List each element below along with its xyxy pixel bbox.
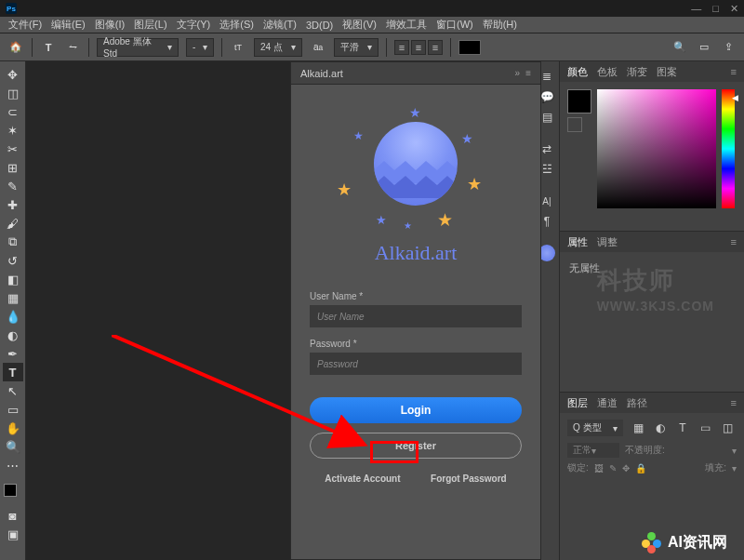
gradient-tool-icon[interactable]: ▦ bbox=[3, 288, 23, 307]
color-panel: 颜色 色板 渐变 图案 ≡ ◀ bbox=[560, 61, 744, 232]
crop-tool-icon[interactable]: ✂ bbox=[3, 140, 23, 158]
fill-label: 填充: bbox=[705, 461, 726, 474]
tab-patterns[interactable]: 图案 bbox=[657, 65, 677, 79]
dodge-tool-icon[interactable]: ◐ bbox=[3, 326, 23, 344]
blur-tool-icon[interactable]: 💧 bbox=[3, 307, 23, 326]
brush-tool-icon[interactable]: 🖌 bbox=[3, 214, 23, 233]
register-button[interactable]: Register bbox=[310, 433, 522, 459]
panel-menu-icon[interactable]: ≡ bbox=[731, 397, 737, 408]
lock-pos-icon[interactable]: ✎ bbox=[609, 463, 617, 473]
forgot-link[interactable]: Forgot Password bbox=[431, 473, 507, 484]
anti-alias-select[interactable]: 平滑▾ bbox=[334, 38, 379, 57]
wand-tool-icon[interactable]: ✶ bbox=[3, 121, 23, 140]
menu-3d[interactable]: 3D(D) bbox=[303, 20, 336, 31]
properties-panel: 属性 调整 ≡ 无属性 bbox=[560, 232, 744, 393]
color-picker-field[interactable] bbox=[597, 89, 716, 208]
search-icon[interactable]: 🔍 bbox=[671, 39, 688, 56]
brand-logo: ★ ★ ★ ★ ★ ★ ★ ★ bbox=[337, 103, 495, 233]
shape-tool-icon[interactable]: ▭ bbox=[3, 400, 23, 419]
orientation-icon[interactable]: ⥊ bbox=[64, 39, 81, 56]
font-size-select[interactable]: 24 点▾ bbox=[254, 38, 302, 57]
move-tool-icon[interactable]: ✥ bbox=[3, 65, 23, 84]
canvas-area[interactable]: Alkaid.art » ≡ ★ ★ ★ ★ ★ ★ bbox=[26, 61, 534, 560]
lock-all-icon[interactable]: 🖼 bbox=[594, 463, 604, 473]
type-tool-icon[interactable]: T bbox=[40, 39, 57, 56]
hand-tool-icon[interactable]: ✋ bbox=[3, 419, 23, 437]
lock-icon[interactable]: 🔒 bbox=[635, 463, 646, 473]
activate-link[interactable]: Activate Account bbox=[325, 473, 400, 484]
filter-pixel-icon[interactable]: ▦ bbox=[629, 419, 647, 437]
menu-window[interactable]: 窗口(W) bbox=[433, 18, 476, 32]
align-left-icon[interactable]: ≡ bbox=[394, 40, 409, 55]
username-input[interactable] bbox=[310, 305, 522, 327]
menu-file[interactable]: 文件(F) bbox=[6, 18, 45, 32]
panel-menu-icon[interactable]: ≡ bbox=[525, 68, 531, 78]
tab-channels[interactable]: 通道 bbox=[597, 396, 618, 410]
tab-swatches[interactable]: 色板 bbox=[597, 65, 618, 79]
font-style-select[interactable]: -▾ bbox=[186, 38, 214, 57]
filter-adjust-icon[interactable]: ◐ bbox=[651, 419, 670, 437]
menu-plugins[interactable]: 增效工具 bbox=[383, 18, 430, 32]
tab-layers[interactable]: 图层 bbox=[567, 396, 588, 410]
lasso-tool-icon[interactable]: ⊂ bbox=[3, 102, 23, 121]
tab-gradients[interactable]: 渐变 bbox=[627, 65, 647, 79]
quickmask-icon[interactable]: ◙ bbox=[3, 506, 23, 525]
edit-toolbar-icon[interactable]: ⋯ bbox=[3, 456, 23, 474]
type-tool-icon[interactable]: T bbox=[3, 363, 23, 381]
pen-tool-icon[interactable]: ✒ bbox=[3, 344, 23, 363]
filter-type-icon[interactable]: T bbox=[673, 419, 692, 437]
history-brush-icon[interactable]: ↺ bbox=[3, 251, 23, 270]
menu-layer[interactable]: 图层(L) bbox=[131, 18, 169, 32]
share-icon[interactable]: ⇪ bbox=[720, 39, 737, 56]
menu-edit[interactable]: 编辑(E) bbox=[48, 18, 88, 32]
align-center-icon[interactable]: ≡ bbox=[411, 40, 426, 55]
menu-help[interactable]: 帮助(H) bbox=[480, 18, 520, 32]
opacity-label: 不透明度: bbox=[625, 444, 665, 457]
eraser-tool-icon[interactable]: ◧ bbox=[3, 270, 23, 288]
foreground-swatch[interactable] bbox=[4, 484, 17, 497]
blend-mode-select[interactable]: 正常 ▾ bbox=[567, 443, 619, 458]
panel-collapse-icon[interactable]: » bbox=[515, 68, 521, 78]
login-button[interactable]: Login bbox=[310, 397, 522, 423]
color-swatch-bg[interactable] bbox=[567, 117, 582, 132]
color-swatch-fg[interactable] bbox=[567, 89, 591, 113]
text-color-swatch[interactable] bbox=[458, 40, 481, 55]
star-icon: ★ bbox=[376, 213, 387, 227]
path-tool-icon[interactable]: ↖ bbox=[3, 381, 23, 400]
align-right-icon[interactable]: ≡ bbox=[428, 40, 443, 55]
hue-slider[interactable] bbox=[722, 89, 735, 208]
tab-adjustments[interactable]: 调整 bbox=[597, 235, 618, 249]
font-family-select[interactable]: Adobe 黑体 Std▾ bbox=[97, 38, 179, 57]
stamp-tool-icon[interactable]: ⧉ bbox=[3, 233, 23, 251]
screenmode-icon[interactable]: ▣ bbox=[3, 525, 23, 543]
window-close[interactable]: ✕ bbox=[730, 3, 738, 15]
window-minimize[interactable]: — bbox=[691, 3, 701, 15]
tab-properties[interactable]: 属性 bbox=[567, 235, 588, 249]
frame-tool-icon[interactable]: ⊞ bbox=[3, 158, 23, 177]
menu-filter[interactable]: 滤镜(T) bbox=[260, 18, 299, 32]
heal-tool-icon[interactable]: ✚ bbox=[3, 195, 23, 214]
lock-pixel-icon[interactable]: ✥ bbox=[622, 463, 630, 473]
password-input[interactable] bbox=[310, 353, 522, 375]
tab-color[interactable]: 颜色 bbox=[567, 65, 588, 79]
right-panels: 颜色 色板 渐变 图案 ≡ ◀ 属性 调整 ≡ 无属性 bbox=[560, 61, 744, 560]
menu-view[interactable]: 视图(V) bbox=[339, 18, 379, 32]
menu-image[interactable]: 图像(I) bbox=[92, 18, 127, 32]
layer-filter-select[interactable]: Q 类型▾ bbox=[567, 420, 623, 436]
window-maximize[interactable]: □ bbox=[712, 3, 719, 15]
panel-menu-icon[interactable]: ≡ bbox=[731, 236, 737, 247]
marquee-tool-icon[interactable]: ◫ bbox=[3, 84, 23, 102]
eyedropper-tool-icon[interactable]: ✎ bbox=[3, 177, 23, 195]
menu-select[interactable]: 选择(S) bbox=[217, 18, 257, 32]
filter-shape-icon[interactable]: ▭ bbox=[696, 419, 714, 437]
workspace-icon[interactable]: ▭ bbox=[696, 39, 712, 56]
home-icon[interactable]: 🏠 bbox=[7, 39, 24, 56]
star-icon: ★ bbox=[467, 174, 482, 194]
app-logo: Ps bbox=[6, 3, 17, 14]
star-icon: ★ bbox=[461, 131, 473, 146]
zoom-tool-icon[interactable]: 🔍 bbox=[3, 437, 23, 456]
filter-smart-icon[interactable]: ◫ bbox=[718, 419, 737, 437]
tab-paths[interactable]: 路径 bbox=[627, 396, 647, 410]
panel-menu-icon[interactable]: ≡ bbox=[731, 66, 737, 77]
menu-type[interactable]: 文字(Y) bbox=[174, 18, 214, 32]
